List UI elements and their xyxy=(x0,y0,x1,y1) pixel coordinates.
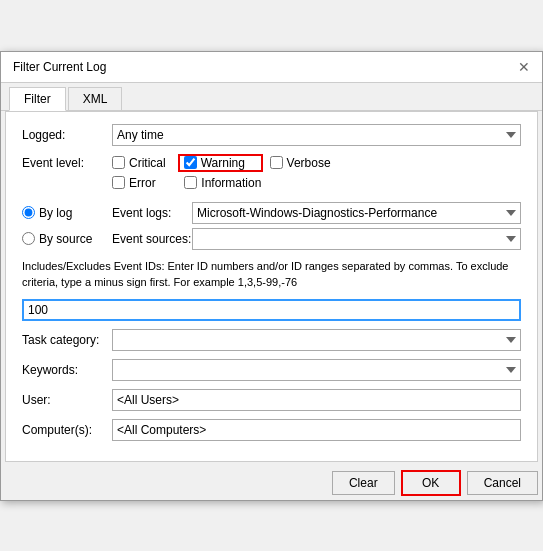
event-logs-label: Event logs: xyxy=(112,206,192,220)
event-id-input[interactable] xyxy=(22,299,521,321)
keywords-label: Keywords: xyxy=(22,363,112,377)
buttons-row: Clear OK Cancel xyxy=(1,462,542,500)
information-checkbox[interactable] xyxy=(184,176,197,189)
user-row: User: xyxy=(22,389,521,411)
by-log-row: By log Event logs: Microsoft-Windows-Dia… xyxy=(22,202,521,224)
close-button[interactable]: ✕ xyxy=(518,60,530,74)
information-label: Information xyxy=(201,176,261,190)
logged-row: Logged: Any time Last hour Last 12 hours… xyxy=(22,124,521,146)
event-id-description: Includes/Excludes Event IDs: Enter ID nu… xyxy=(22,258,521,291)
warning-checkbox-item: Warning xyxy=(184,156,245,170)
logged-select[interactable]: Any time Last hour Last 12 hours Last 24… xyxy=(112,124,521,146)
ok-button[interactable]: OK xyxy=(401,470,461,496)
by-source-radio[interactable] xyxy=(22,232,35,245)
event-sources-label: Event sources: xyxy=(112,232,192,246)
keywords-area xyxy=(112,359,521,381)
task-category-select[interactable] xyxy=(112,329,521,351)
event-level-label: Event level: xyxy=(22,154,112,170)
cancel-button[interactable]: Cancel xyxy=(467,471,538,495)
by-source-label: By source xyxy=(39,232,92,246)
computer-area xyxy=(112,419,521,441)
task-category-area xyxy=(112,329,521,351)
computer-row: Computer(s): xyxy=(22,419,521,441)
event-level-row: Event level: Critical Warning xyxy=(22,154,521,194)
by-log-label: By log xyxy=(39,206,72,220)
verbose-checkbox[interactable] xyxy=(270,156,283,169)
critical-label: Critical xyxy=(129,156,166,170)
information-checkbox-item: Information xyxy=(184,176,261,190)
tab-content: Logged: Any time Last hour Last 12 hours… xyxy=(5,111,538,462)
dialog-title: Filter Current Log xyxy=(13,60,106,74)
checkbox-row-1: Critical Warning Verbose xyxy=(112,154,521,172)
by-log-radio[interactable] xyxy=(22,206,35,219)
error-checkbox[interactable] xyxy=(112,176,125,189)
tab-bar: Filter XML xyxy=(1,83,542,111)
event-sources-select[interactable] xyxy=(192,228,521,250)
task-category-label: Task category: xyxy=(22,333,112,347)
event-id-row xyxy=(22,299,521,321)
logged-label: Logged: xyxy=(22,128,112,142)
computer-label: Computer(s): xyxy=(22,423,112,437)
tab-filter[interactable]: Filter xyxy=(9,87,66,111)
verbose-checkbox-item: Verbose xyxy=(270,156,331,170)
user-area xyxy=(112,389,521,411)
by-log-radio-area: By log xyxy=(22,206,112,220)
verbose-label: Verbose xyxy=(287,156,331,170)
keywords-row: Keywords: xyxy=(22,359,521,381)
by-source-radio-area: By source xyxy=(22,232,112,246)
error-label: Error xyxy=(129,176,156,190)
critical-checkbox[interactable] xyxy=(112,156,125,169)
title-bar: Filter Current Log ✕ xyxy=(1,52,542,83)
user-input[interactable] xyxy=(112,389,521,411)
warning-label: Warning xyxy=(201,156,245,170)
keywords-select[interactable] xyxy=(112,359,521,381)
warning-highlighted-box: Warning xyxy=(178,154,263,172)
checkboxes-area: Critical Warning Verbose xyxy=(112,154,521,194)
checkbox-row-2: Error Information xyxy=(112,176,521,190)
user-label: User: xyxy=(22,393,112,407)
filter-current-log-dialog: Filter Current Log ✕ Filter XML Logged: … xyxy=(0,51,543,501)
task-category-row: Task category: xyxy=(22,329,521,351)
critical-checkbox-item: Critical xyxy=(112,156,166,170)
clear-button[interactable]: Clear xyxy=(332,471,395,495)
by-source-row: By source Event sources: xyxy=(22,228,521,250)
error-checkbox-item: Error xyxy=(112,176,156,190)
event-logs-select[interactable]: Microsoft-Windows-Diagnostics-Performanc… xyxy=(192,202,521,224)
tab-xml[interactable]: XML xyxy=(68,87,123,110)
warning-checkbox[interactable] xyxy=(184,156,197,169)
computer-input[interactable] xyxy=(112,419,521,441)
logged-select-area: Any time Last hour Last 12 hours Last 24… xyxy=(112,124,521,146)
